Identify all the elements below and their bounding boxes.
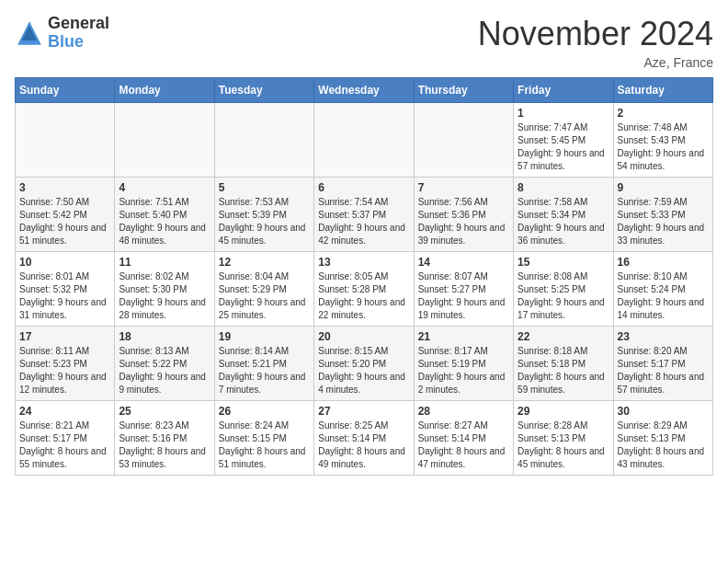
day-info: Sunrise: 8:11 AM Sunset: 5:23 PM Dayligh… (19, 345, 110, 396)
day-number: 8 (518, 181, 609, 194)
day-info: Sunrise: 8:02 AM Sunset: 5:30 PM Dayligh… (119, 270, 210, 322)
calendar-cell: 30Sunrise: 8:29 AM Sunset: 5:13 PM Dayli… (613, 401, 712, 476)
day-info: Sunrise: 7:51 AM Sunset: 5:40 PM Dayligh… (119, 196, 210, 247)
header-sunday: Sunday (16, 78, 115, 103)
day-info: Sunrise: 8:15 AM Sunset: 5:20 PM Dayligh… (318, 345, 409, 396)
day-info: Sunrise: 8:18 AM Sunset: 5:18 PM Dayligh… (518, 345, 609, 396)
day-info: Sunrise: 7:54 AM Sunset: 5:37 PM Dayligh… (318, 196, 409, 247)
day-number: 4 (119, 181, 210, 194)
day-info: Sunrise: 8:05 AM Sunset: 5:28 PM Dayligh… (318, 270, 409, 322)
week-row-2: 10Sunrise: 8:01 AM Sunset: 5:32 PM Dayli… (16, 252, 713, 327)
calendar-cell: 2Sunrise: 7:48 AM Sunset: 5:43 PM Daylig… (613, 103, 712, 178)
calendar-cell: 9Sunrise: 7:59 AM Sunset: 5:33 PM Daylig… (613, 178, 712, 252)
day-number: 25 (119, 405, 210, 418)
day-number: 19 (219, 330, 310, 343)
calendar-cell: 7Sunrise: 7:56 AM Sunset: 5:36 PM Daylig… (414, 178, 513, 252)
day-info: Sunrise: 7:58 AM Sunset: 5:34 PM Dayligh… (518, 196, 609, 247)
calendar-cell: 10Sunrise: 8:01 AM Sunset: 5:32 PM Dayli… (16, 252, 115, 327)
calendar-cell: 3Sunrise: 7:50 AM Sunset: 5:42 PM Daylig… (16, 178, 115, 252)
calendar-cell: 18Sunrise: 8:13 AM Sunset: 5:22 PM Dayli… (115, 327, 214, 401)
calendar-cell (214, 103, 313, 178)
day-info: Sunrise: 8:20 AM Sunset: 5:17 PM Dayligh… (618, 345, 709, 396)
calendar-cell: 21Sunrise: 8:17 AM Sunset: 5:19 PM Dayli… (414, 327, 513, 401)
day-number: 20 (318, 330, 409, 343)
day-number: 29 (518, 405, 609, 418)
calendar-cell: 24Sunrise: 8:21 AM Sunset: 5:17 PM Dayli… (16, 401, 115, 476)
day-info: Sunrise: 8:28 AM Sunset: 5:13 PM Dayligh… (518, 419, 609, 471)
day-info: Sunrise: 8:13 AM Sunset: 5:22 PM Dayligh… (119, 345, 210, 396)
day-number: 26 (219, 405, 310, 418)
calendar-cell: 16Sunrise: 8:10 AM Sunset: 5:24 PM Dayli… (613, 252, 712, 327)
day-number: 7 (418, 181, 509, 194)
day-info: Sunrise: 8:01 AM Sunset: 5:32 PM Dayligh… (19, 270, 110, 322)
day-info: Sunrise: 7:48 AM Sunset: 5:43 PM Dayligh… (618, 121, 709, 173)
calendar-cell: 11Sunrise: 8:02 AM Sunset: 5:30 PM Dayli… (115, 252, 214, 327)
day-number: 21 (418, 330, 509, 343)
day-info: Sunrise: 7:47 AM Sunset: 5:45 PM Dayligh… (518, 121, 609, 173)
header-thursday: Thursday (414, 78, 513, 103)
header-saturday: Saturday (613, 78, 712, 103)
day-number: 15 (518, 256, 609, 269)
calendar-cell: 8Sunrise: 7:58 AM Sunset: 5:34 PM Daylig… (514, 178, 613, 252)
page-header: General Blue November 2024 Aze, France (15, 15, 713, 70)
day-number: 18 (119, 330, 210, 343)
calendar-cell: 19Sunrise: 8:14 AM Sunset: 5:21 PM Dayli… (214, 327, 313, 401)
day-number: 17 (19, 330, 110, 343)
header-row: SundayMondayTuesdayWednesdayThursdayFrid… (16, 78, 713, 103)
day-number: 14 (418, 256, 509, 269)
day-info: Sunrise: 8:24 AM Sunset: 5:15 PM Dayligh… (219, 419, 310, 471)
calendar-cell: 23Sunrise: 8:20 AM Sunset: 5:17 PM Dayli… (613, 327, 712, 401)
week-row-3: 17Sunrise: 8:11 AM Sunset: 5:23 PM Dayli… (16, 327, 713, 401)
calendar-cell: 28Sunrise: 8:27 AM Sunset: 5:14 PM Dayli… (414, 401, 513, 476)
logo: General Blue (15, 15, 109, 52)
day-info: Sunrise: 8:25 AM Sunset: 5:14 PM Dayligh… (318, 419, 409, 471)
day-number: 13 (318, 256, 409, 269)
day-info: Sunrise: 7:59 AM Sunset: 5:33 PM Dayligh… (618, 196, 709, 247)
day-info: Sunrise: 8:07 AM Sunset: 5:27 PM Dayligh… (418, 270, 509, 322)
calendar-cell (414, 103, 513, 178)
day-info: Sunrise: 8:17 AM Sunset: 5:19 PM Dayligh… (418, 345, 509, 396)
day-number: 10 (19, 256, 110, 269)
title-block: November 2024 Aze, France (478, 15, 713, 70)
day-number: 1 (518, 107, 609, 120)
calendar-cell: 29Sunrise: 8:28 AM Sunset: 5:13 PM Dayli… (514, 401, 613, 476)
day-number: 5 (219, 181, 310, 194)
calendar-cell: 17Sunrise: 8:11 AM Sunset: 5:23 PM Dayli… (16, 327, 115, 401)
day-info: Sunrise: 7:56 AM Sunset: 5:36 PM Dayligh… (418, 196, 509, 247)
week-row-0: 1Sunrise: 7:47 AM Sunset: 5:45 PM Daylig… (16, 103, 713, 178)
calendar-cell: 6Sunrise: 7:54 AM Sunset: 5:37 PM Daylig… (314, 178, 414, 252)
day-number: 9 (618, 181, 709, 194)
calendar-cell (115, 103, 214, 178)
day-info: Sunrise: 8:23 AM Sunset: 5:16 PM Dayligh… (119, 419, 210, 471)
day-number: 11 (119, 256, 210, 269)
day-info: Sunrise: 8:10 AM Sunset: 5:24 PM Dayligh… (618, 270, 709, 322)
calendar-cell: 14Sunrise: 8:07 AM Sunset: 5:27 PM Dayli… (414, 252, 513, 327)
calendar-cell: 20Sunrise: 8:15 AM Sunset: 5:20 PM Dayli… (314, 327, 414, 401)
calendar-cell: 15Sunrise: 8:08 AM Sunset: 5:25 PM Dayli… (514, 252, 613, 327)
logo-text: General Blue (48, 15, 109, 52)
calendar-cell: 22Sunrise: 8:18 AM Sunset: 5:18 PM Dayli… (514, 327, 613, 401)
calendar-cell (314, 103, 414, 178)
calendar-cell: 5Sunrise: 7:53 AM Sunset: 5:39 PM Daylig… (214, 178, 313, 252)
day-info: Sunrise: 8:04 AM Sunset: 5:29 PM Dayligh… (219, 270, 310, 322)
day-number: 2 (618, 107, 709, 120)
header-tuesday: Tuesday (214, 78, 313, 103)
calendar-cell: 26Sunrise: 8:24 AM Sunset: 5:15 PM Dayli… (214, 401, 313, 476)
day-info: Sunrise: 8:27 AM Sunset: 5:14 PM Dayligh… (418, 419, 509, 471)
day-number: 12 (219, 256, 310, 269)
calendar-cell: 25Sunrise: 8:23 AM Sunset: 5:16 PM Dayli… (115, 401, 214, 476)
day-number: 28 (418, 405, 509, 418)
day-info: Sunrise: 7:53 AM Sunset: 5:39 PM Dayligh… (219, 196, 310, 247)
header-friday: Friday (514, 78, 613, 103)
day-info: Sunrise: 8:14 AM Sunset: 5:21 PM Dayligh… (219, 345, 310, 396)
calendar-cell (16, 103, 115, 178)
day-number: 23 (618, 330, 709, 343)
day-number: 27 (318, 405, 409, 418)
day-number: 3 (19, 181, 110, 194)
month-title: November 2024 (478, 15, 713, 53)
calendar-cell: 13Sunrise: 8:05 AM Sunset: 5:28 PM Dayli… (314, 252, 414, 327)
calendar-cell: 1Sunrise: 7:47 AM Sunset: 5:45 PM Daylig… (514, 103, 613, 178)
day-number: 16 (618, 256, 709, 269)
week-row-4: 24Sunrise: 8:21 AM Sunset: 5:17 PM Dayli… (16, 401, 713, 476)
location: Aze, France (478, 55, 713, 70)
